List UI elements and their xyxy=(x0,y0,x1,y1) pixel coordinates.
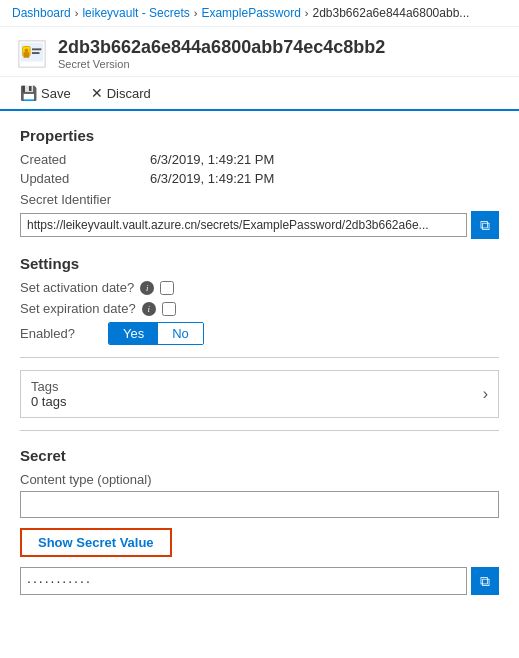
expiration-checkbox[interactable] xyxy=(162,302,176,316)
tags-chevron-icon: › xyxy=(483,385,488,403)
updated-row: Updated 6/3/2019, 1:49:21 PM xyxy=(20,171,499,186)
content-type-input[interactable] xyxy=(20,491,499,518)
page-header: 2db3b662a6e844a6800abb74ec4c8bb2 Secret … xyxy=(0,27,519,77)
updated-label: Updated xyxy=(20,171,150,186)
page-subtitle: Secret Version xyxy=(58,58,385,70)
content-type-label: Content type (optional) xyxy=(20,472,499,487)
secret-title: Secret xyxy=(20,447,499,464)
secret-section: Secret Content type (optional) Show Secr… xyxy=(20,447,499,595)
properties-title: Properties xyxy=(20,127,499,144)
tags-count: 0 tags xyxy=(31,394,66,409)
breadcrumb-secret[interactable]: ExamplePassword xyxy=(201,6,300,20)
copy-secret-icon: ⧉ xyxy=(480,573,490,590)
page-title: 2db3b662a6e844a6800abb74ec4c8bb2 xyxy=(58,37,385,58)
activation-checkbox[interactable] xyxy=(160,281,174,295)
breadcrumb-vault[interactable]: leikeyvault - Secrets xyxy=(82,6,189,20)
breadcrumb: Dashboard › leikeyvault - Secrets › Exam… xyxy=(0,0,519,27)
svg-rect-5 xyxy=(32,48,41,50)
svg-rect-3 xyxy=(24,52,30,58)
copy-icon: ⧉ xyxy=(480,217,490,234)
divider-1 xyxy=(20,357,499,358)
no-button[interactable]: No xyxy=(158,323,203,344)
tags-row[interactable]: Tags 0 tags › xyxy=(20,370,499,418)
activation-label: Set activation date? xyxy=(20,280,134,295)
identifier-label: Secret Identifier xyxy=(20,192,499,207)
activation-info-icon: i xyxy=(140,281,154,295)
settings-title: Settings xyxy=(20,255,499,272)
copy-secret-button[interactable]: ⧉ xyxy=(471,567,499,595)
identifier-row: ⧉ xyxy=(20,211,499,239)
created-label: Created xyxy=(20,152,150,167)
updated-value: 6/3/2019, 1:49:21 PM xyxy=(150,171,274,186)
expiration-label: Set expiration date? xyxy=(20,301,136,316)
main-content: Properties Created 6/3/2019, 1:49:21 PM … xyxy=(0,111,519,611)
created-row: Created 6/3/2019, 1:49:21 PM xyxy=(20,152,499,167)
identifier-input[interactable] xyxy=(20,213,467,237)
enabled-row: Enabled? Yes No xyxy=(20,322,499,345)
breadcrumb-version: 2db3b662a6e844a6800abb... xyxy=(312,6,469,20)
tags-title: Tags xyxy=(31,379,66,394)
enabled-label: Enabled? xyxy=(20,326,100,341)
save-label: Save xyxy=(41,86,71,101)
svg-point-4 xyxy=(25,48,29,52)
show-secret-button[interactable]: Show Secret Value xyxy=(20,528,172,557)
enabled-toggle-group: Yes No xyxy=(108,322,204,345)
toolbar: 💾 Save ✕ Discard xyxy=(0,77,519,111)
activation-row: Set activation date? i xyxy=(20,280,499,295)
save-button[interactable]: 💾 Save xyxy=(16,83,75,103)
secret-value-input[interactable] xyxy=(20,567,467,595)
breadcrumb-dashboard[interactable]: Dashboard xyxy=(12,6,71,20)
svg-rect-6 xyxy=(32,52,40,54)
expiration-row: Set expiration date? i xyxy=(20,301,499,316)
settings-section: Settings Set activation date? i Set expi… xyxy=(20,255,499,345)
save-icon: 💾 xyxy=(20,85,37,101)
yes-button[interactable]: Yes xyxy=(109,323,158,344)
discard-button[interactable]: ✕ Discard xyxy=(87,83,155,103)
secret-value-row: ⧉ xyxy=(20,567,499,595)
divider-2 xyxy=(20,430,499,431)
copy-identifier-button[interactable]: ⧉ xyxy=(471,211,499,239)
expiration-info-icon: i xyxy=(142,302,156,316)
secret-version-icon xyxy=(16,38,48,70)
created-value: 6/3/2019, 1:49:21 PM xyxy=(150,152,274,167)
discard-label: Discard xyxy=(107,86,151,101)
discard-icon: ✕ xyxy=(91,85,103,101)
